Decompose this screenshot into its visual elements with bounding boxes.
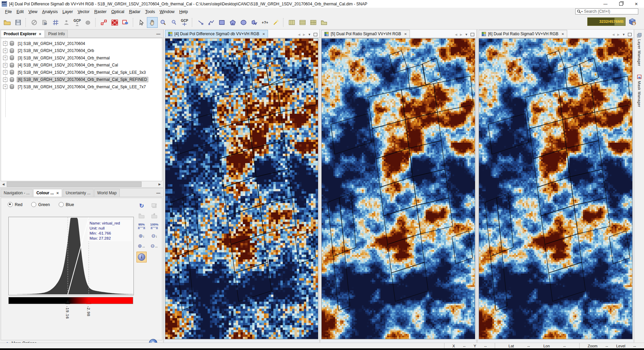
menu-window[interactable]: Window bbox=[157, 8, 177, 15]
show-extra-info-toggle[interactable]: i bbox=[137, 252, 147, 262]
radio-blue[interactable]: Blue bbox=[59, 202, 74, 207]
polyline-tool-button[interactable] bbox=[206, 17, 217, 28]
close-button[interactable]: ✕ bbox=[629, 0, 644, 8]
rectangle-tool-button[interactable] bbox=[217, 17, 227, 28]
export-palette-button[interactable] bbox=[137, 211, 147, 220]
range-95-button[interactable]: 95% bbox=[137, 221, 147, 230]
spatial-subset-button[interactable] bbox=[99, 17, 109, 28]
tree-item-7[interactable]: + [7] S1B_IW_GRDH_1SDV_20170604_Orb_ther… bbox=[1, 83, 162, 91]
restore-button[interactable] bbox=[613, 0, 629, 8]
expand-plus-icon[interactable]: + bbox=[3, 41, 7, 46]
import-palette-button[interactable] bbox=[149, 211, 159, 220]
radio-red[interactable]: Red bbox=[8, 202, 22, 207]
tree-item-5[interactable]: + [5] S1B_IW_GRDH_1SDV_20170604_Orb_ther… bbox=[1, 69, 162, 76]
tab-list-dropdown-icon[interactable]: ▼ bbox=[622, 33, 625, 36]
tab-uncertainty[interactable]: Uncertainty ... bbox=[63, 189, 94, 197]
apply-to-all-button[interactable] bbox=[149, 201, 159, 210]
tab-colour-manipulation[interactable]: Colour ... ✕ bbox=[33, 189, 62, 197]
line-tool-button[interactable] bbox=[195, 17, 206, 28]
tab-pixel-info[interactable]: Pixel Info bbox=[45, 30, 68, 38]
polygon-tool-button[interactable] bbox=[227, 17, 238, 28]
expand-plus-icon[interactable]: + bbox=[3, 56, 7, 60]
tab-close-icon[interactable]: ✕ bbox=[56, 191, 59, 195]
tree-item-2[interactable]: + [2] S1B_IW_GRDH_1SDV_20170604_Orb bbox=[1, 47, 162, 55]
image-tab-6[interactable]: [6] Dual Pol Ratio Sigma0 VV+VH RGB ✕ bbox=[479, 30, 567, 38]
sar-rgb-image-6[interactable] bbox=[479, 39, 632, 339]
memory-gc-button[interactable]: 3232/4576MB bbox=[587, 17, 626, 26]
range-100-button[interactable]: 100% bbox=[149, 221, 159, 230]
open-product-button[interactable] bbox=[2, 17, 13, 28]
tab-navigation[interactable]: Navigation - ... bbox=[1, 189, 33, 197]
panel-minimize-icon[interactable]: — bbox=[156, 32, 160, 36]
scroll-tabs-left-icon[interactable]: ◀ bbox=[298, 33, 300, 36]
close-product-button[interactable] bbox=[29, 17, 40, 28]
layer-manager-tab[interactable]: Layer Manager bbox=[634, 30, 644, 66]
tile-horizontal-button[interactable] bbox=[297, 17, 308, 28]
menu-help[interactable]: Help bbox=[177, 8, 190, 15]
minimize-button[interactable]: — bbox=[598, 0, 613, 8]
scroll-tabs-right-icon[interactable]: ▶ bbox=[303, 33, 305, 36]
pin-insert-button[interactable] bbox=[168, 17, 179, 28]
import-product-button[interactable] bbox=[40, 17, 50, 28]
tab-product-explorer[interactable]: Product Explorer ✕ bbox=[1, 30, 45, 38]
menu-tools[interactable]: Tools bbox=[143, 8, 157, 15]
tree-item-4[interactable]: + [4] S1B_IW_GRDH_1SDV_20170604_Orb_ther… bbox=[1, 62, 162, 69]
zoom-in-vertical-button[interactable]: ⊕↕ bbox=[137, 232, 147, 240]
gcp-insert-button[interactable]: GCP bbox=[179, 17, 190, 28]
tab-close-icon[interactable]: ✕ bbox=[404, 32, 407, 36]
tab-close-icon[interactable]: ✕ bbox=[561, 32, 564, 36]
search-input[interactable]: ▾ Search (Ctrl+I) bbox=[575, 8, 638, 14]
sar-rgb-image-5[interactable] bbox=[322, 39, 475, 339]
maximize-window-icon[interactable] bbox=[471, 33, 474, 36]
gcp-manager-button[interactable]: GCP bbox=[72, 17, 83, 28]
menu-vector[interactable]: Vector bbox=[75, 8, 92, 15]
horizontal-scrollbar[interactable]: ◀ ▶ bbox=[1, 182, 162, 187]
radio-green[interactable]: Green bbox=[31, 202, 50, 207]
expand-plus-icon[interactable]: + bbox=[3, 63, 7, 67]
tile-free-button[interactable] bbox=[319, 17, 329, 28]
panel-minimize-icon[interactable]: — bbox=[156, 191, 160, 195]
tile-single-button[interactable] bbox=[286, 17, 297, 28]
placemark-button[interactable] bbox=[83, 17, 93, 28]
tree-item-6-selected[interactable]: + [6] S1B_IW_GRDH_1SDV_20170604_Orb_ther… bbox=[1, 76, 162, 84]
expand-plus-icon[interactable]: + bbox=[3, 78, 7, 82]
tab-list-dropdown-icon[interactable]: ▼ bbox=[308, 33, 311, 36]
menu-radar[interactable]: Radar bbox=[127, 8, 143, 15]
zoom-out-vertical-button[interactable]: ⊖↕ bbox=[149, 232, 159, 240]
magic-wand-button[interactable] bbox=[270, 17, 281, 28]
expand-plus-icon[interactable]: + bbox=[3, 70, 7, 74]
expand-plus-icon[interactable]: + bbox=[3, 85, 7, 89]
maximize-window-icon[interactable] bbox=[628, 33, 632, 36]
pan-tool-button[interactable] bbox=[147, 17, 158, 28]
band-grid-button[interactable] bbox=[109, 17, 120, 28]
garbage-collector-icon[interactable] bbox=[628, 17, 637, 26]
scroll-tabs-left-icon[interactable]: ◀ bbox=[612, 33, 614, 36]
mask-button[interactable] bbox=[120, 17, 131, 28]
tab-list-dropdown-icon[interactable]: ▼ bbox=[465, 33, 468, 36]
image-tab-4[interactable]: [4] Dual Pol Difference Sigma0 db VV+VH … bbox=[165, 30, 268, 38]
menu-optical[interactable]: Optical bbox=[109, 8, 127, 15]
image-view-6[interactable] bbox=[479, 38, 633, 339]
scroll-right-button[interactable]: ▶ bbox=[157, 182, 162, 187]
tab-close-icon[interactable]: ✕ bbox=[39, 32, 41, 36]
scroll-tabs-right-icon[interactable]: ▶ bbox=[460, 33, 462, 36]
range-finder-button[interactable]: +?+ bbox=[260, 17, 270, 28]
expand-plus-icon[interactable]: + bbox=[3, 49, 7, 53]
search-dropdown-caret[interactable]: ▾ bbox=[581, 10, 583, 13]
sar-rgb-image-4[interactable] bbox=[165, 39, 318, 339]
image-view-4[interactable] bbox=[165, 38, 318, 339]
save-product-button[interactable] bbox=[13, 17, 23, 28]
reset-button[interactable]: ↻ bbox=[137, 201, 147, 210]
zoom-in-horizontal-button[interactable]: ⊕↔ bbox=[137, 242, 147, 250]
menu-layer[interactable]: Layer bbox=[60, 8, 75, 15]
menu-file[interactable]: File bbox=[3, 8, 14, 15]
menu-edit[interactable]: Edit bbox=[14, 8, 26, 15]
scroll-tabs-right-icon[interactable]: ▶ bbox=[617, 33, 620, 36]
select-tool-button[interactable] bbox=[136, 17, 147, 28]
min-slider-handle[interactable] bbox=[65, 300, 70, 304]
tab-world-map[interactable]: World Map bbox=[94, 189, 120, 197]
maximize-window-icon[interactable] bbox=[314, 33, 317, 36]
mask-manager-tab[interactable]: Mask Manager bbox=[634, 71, 644, 107]
pin-manager-button[interactable] bbox=[61, 17, 72, 28]
tree-item-3[interactable]: + [3] S1B_IW_GRDH_1SDV_20170604_Orb_ther… bbox=[1, 54, 162, 62]
